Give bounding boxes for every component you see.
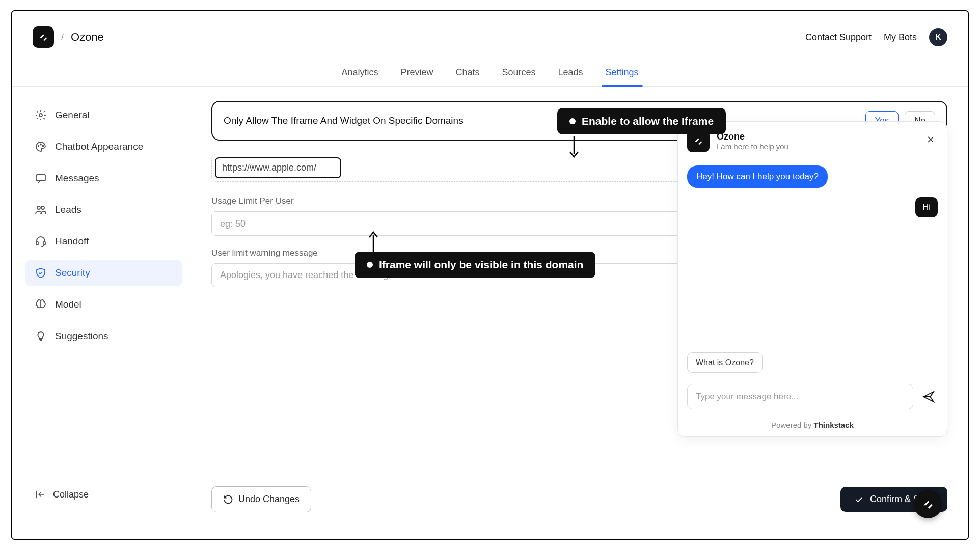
chat-close-button[interactable] [923,132,938,150]
user-message: Hi [915,197,938,217]
gear-icon [35,109,47,121]
settings-sidebar: General Chatbot Appearance Messages Lead… [12,87,196,522]
users-icon [35,204,47,216]
sidebar-item-security[interactable]: Security [25,260,182,286]
undo-icon [223,494,233,505]
sidebar-item-label: Security [55,267,90,279]
sidebar-item-leads[interactable]: Leads [25,197,182,223]
annotation-arrow-icon [566,136,582,159]
chat-icon [35,172,47,184]
tab-leads[interactable]: Leads [557,63,584,86]
page-title: Ozone [71,31,104,44]
sidebar-item-messages[interactable]: Messages [25,165,182,191]
undo-label: Undo Changes [238,494,300,505]
shield-icon [35,267,47,279]
app-logo-icon [33,26,54,48]
suggestion-chip[interactable]: What is Ozone? [687,352,763,373]
header: / Ozone Contact Support My Bots K [12,11,968,58]
chat-send-button[interactable] [919,388,938,406]
fab-logo-icon [921,498,935,511]
tab-chats[interactable]: Chats [454,63,480,86]
collapse-icon [35,489,46,500]
chat-input[interactable] [687,384,913,409]
annotation-arrow-icon [366,229,381,253]
allow-iframe-label: Only Allow The Iframe And Widget On Spec… [224,115,464,126]
breadcrumb: / Ozone [33,26,104,48]
sidebar-item-label: Handoff [55,236,89,247]
sidebar-item-appearance[interactable]: Chatbot Appearance [25,133,182,160]
undo-changes-button[interactable]: Undo Changes [211,486,311,512]
svg-rect-8 [43,242,45,245]
svg-point-1 [38,146,39,147]
bulb-icon [35,330,47,342]
annotation-enable-iframe: Enable to allow the Iframe [557,108,726,134]
annotation-domain-visible: Iframe will only be visible in this doma… [355,252,595,278]
tab-sources[interactable]: Sources [501,63,536,86]
sidebar-item-suggestions[interactable]: Suggestions [25,323,182,349]
domain-input[interactable] [222,162,334,173]
sidebar-item-label: Chatbot Appearance [55,141,143,152]
chat-body: Hey! How can I help you today? Hi [678,160,947,352]
tab-settings[interactable]: Settings [605,63,640,86]
chat-footer: Powered by Thinkstack [678,416,947,436]
chat-subtitle: I am here to help you [717,142,788,151]
send-icon [922,390,935,403]
sidebar-item-label: Leads [55,204,81,215]
tab-bar: Analytics Preview Chats Sources Leads Se… [12,63,968,87]
close-icon [925,134,936,145]
svg-point-3 [43,146,44,147]
sidebar-item-model[interactable]: Model [25,291,182,318]
bot-message: Hey! How can I help you today? [687,165,828,188]
contact-support-link[interactable]: Contact Support [805,32,872,43]
check-icon [854,494,864,505]
chat-fab-button[interactable] [914,490,942,518]
svg-point-6 [41,206,44,209]
svg-rect-4 [36,175,45,181]
avatar[interactable]: K [929,28,947,46]
chat-title: Ozone [717,131,788,142]
svg-rect-7 [36,242,38,245]
sidebar-item-label: Model [55,299,81,310]
footer-actions: Undo Changes Confirm & Save [211,474,947,512]
brain-icon [35,298,47,311]
tab-analytics[interactable]: Analytics [340,63,379,86]
my-bots-link[interactable]: My Bots [884,32,917,43]
sidebar-item-label: General [55,109,90,121]
tab-preview[interactable]: Preview [399,63,434,86]
collapse-sidebar-button[interactable]: Collapse [25,482,182,507]
svg-point-5 [37,206,40,209]
palette-icon [35,141,47,153]
sidebar-item-label: Suggestions [55,330,108,342]
svg-point-0 [39,114,42,117]
sidebar-item-handoff[interactable]: Handoff [25,228,182,255]
sidebar-item-general[interactable]: General [25,102,182,128]
warning-message-label: User limit warning message [211,248,318,258]
sidebar-item-label: Messages [55,173,99,184]
collapse-label: Collapse [53,489,89,500]
breadcrumb-sep: / [61,32,64,43]
svg-point-2 [40,144,41,145]
chat-widget: Ozone I am here to help you Hey! How can… [677,121,947,437]
headset-icon [35,235,47,247]
